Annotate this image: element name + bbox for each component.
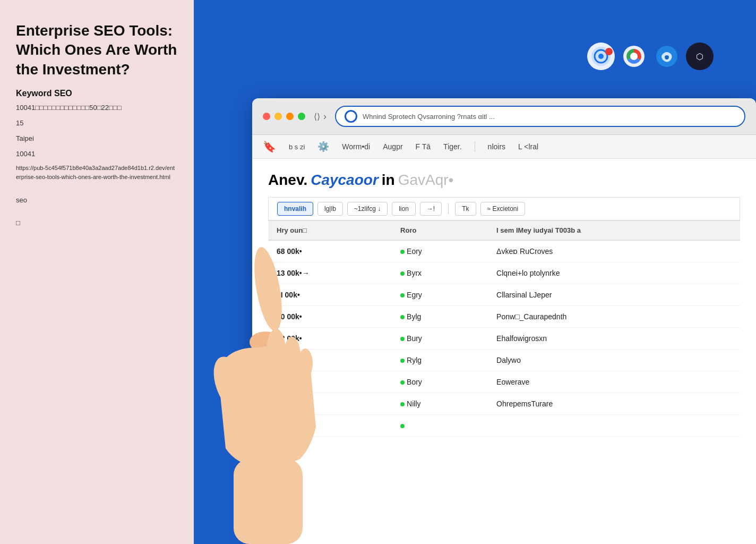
article-url: https://pub-5c454f571b8e40a3a2aad27ade84… [16,164,178,181]
table-row: 13 00k•→ByrxClqnei+lo ptolynrke [268,262,740,284]
toolbar-item-augpr[interactable]: Augpr [383,142,402,151]
table-body: 68 00k•EoryΔvkeɒ RuCroves13 00k•→ByrxClq… [268,240,740,437]
minimize-button[interactable] [274,113,282,120]
roro-cell: Nilly [392,393,488,415]
volume-cell: 8E 00k• [268,415,392,437]
chrome-icon [620,42,648,70]
toolbar-item-tiger[interactable]: Tiger. [443,142,462,151]
table-row: 82 00k•BuryEhalfowigrosxn [268,328,740,350]
keyword-label: Keyword SEO [16,89,178,98]
detail-cell: Ehalfowigrosxn [488,328,740,350]
address-text: Whnind Sprotech Qvsarroning ?rnats αitl … [363,113,495,121]
meta-line-2: 15 [16,118,178,129]
table-row: 32 00k•BoryEowerave [268,371,740,393]
volume-cell: 82 00k• [268,328,392,350]
filter-invalid[interactable]: hnvalih [277,202,313,216]
roro-cell: Eory [392,240,488,262]
detail-cell: OhrepemsTurare [488,393,740,415]
table-row: 80 00k•BylgPonw□_Caurapednth [268,306,740,328]
col-header-details: I sem IMey iudyai T003b a [488,221,740,240]
difficulty-dot [400,359,405,363]
toolbar-item-ta[interactable]: F Tā [416,142,431,151]
detail-cell: Eowerave [488,371,740,393]
toolbar-item-2[interactable]: b s zi [289,143,305,151]
col-header-roro: Roro [392,221,488,240]
filter-lglb[interactable]: lg|lb [317,202,343,216]
difficulty-dot [400,250,405,254]
meta-line-3: Taipei [16,133,178,144]
tag-seo: seo [16,196,178,204]
browser-content: Anev. Caycaoor in GavAqr• hnvalih lg|lb … [252,159,756,449]
browser-window: ⟨⟩ › Whnind Sprotech Qvsarroning ?rnats … [252,98,756,544]
svg-point-10 [207,352,255,418]
browser-icons-group: ⬡ [587,42,714,70]
toolbar-item-lral[interactable]: L <lral [518,142,538,151]
filter-zlifcg[interactable]: ~1zlifcg ↓ [347,202,388,216]
filter-tk[interactable]: Tk [455,202,476,216]
nav-arrows: ⟨⟩ › [314,111,327,122]
difficulty-dot [400,293,405,298]
filter-divider [448,203,449,214]
toolbar-item-nloirs[interactable]: nloirs [488,142,505,151]
difficulty-dot [400,402,405,406]
site-icon [345,110,357,123]
address-bar[interactable]: Whnind Sprotech Qvsarroning ?rnats αitl … [335,106,745,127]
divider-1 [475,141,475,152]
difficulty-dot [400,337,405,341]
table-row: 68 00k•EoryΔvkeɒ RuCroves [268,240,740,262]
forward-icon[interactable]: › [323,111,327,122]
traffic-lights [263,113,305,120]
back-icon[interactable]: ⟨⟩ [314,112,320,122]
detail-cell: Cllarsinal LJeper [488,284,740,306]
red-dot-badge [605,48,613,55]
roro-cell: Rylg [392,350,488,371]
svg-text:⬡: ⬡ [696,52,703,61]
filter-excietoni[interactable]: ≈ Excietoni [480,202,526,216]
table-row: 8E 00k• [268,415,740,437]
volume-cell: 80 00k• [268,306,392,328]
filter-arrow[interactable]: →! [420,202,442,216]
svg-point-2 [598,54,604,59]
detail-cell: Ponw□_Caurapednth [488,306,740,328]
article-title: Enterprise SEO Tools: Which Ones Are Wor… [16,21,178,79]
table-header-row: Hry oun□ Roro I sem IMey iudyai T003b a [268,221,740,240]
volume-cell: 68 00k• [268,240,392,262]
toolbar-item-3[interactable]: ⚙️ [317,141,329,152]
table-row: 17 00k•RylgDalywo [268,350,740,371]
roro-cell: Bylg [392,306,488,328]
difficulty-dot [400,424,405,428]
heading-part1: Anev. [268,172,307,189]
firefox-icon [587,42,615,70]
filter-lion[interactable]: lion [392,202,416,216]
tag-extra: □ [16,219,178,227]
table-row: 8I 00k•EgryCllarsinal LJeper [268,284,740,306]
volume-cell: S0 00k• [268,393,392,415]
data-table: Hry oun□ Roro I sem IMey iudyai T003b a … [268,221,740,437]
difficulty-dot [400,315,405,319]
meta-line-4: 10041 [16,149,178,160]
browser-chrome: ⟨⟩ › Whnind Sprotech Qvsarroning ?rnats … [252,98,756,135]
filter-toolbar: hnvalih lg|lb ~1zlifcg ↓ lion →! Tk ≈ Ex… [268,197,740,221]
roro-cell: Egry [392,284,488,306]
heading-subtitle: GavAqr• [398,172,454,189]
volume-cell: 17 00k• [268,350,392,371]
zoom-button[interactable] [286,113,294,120]
col-header-volume: Hry oun□ [268,221,392,240]
roro-cell [392,415,488,437]
difficulty-dot [400,271,405,276]
heading-part2: in [382,172,395,189]
fullscreen-button[interactable] [298,113,305,120]
toolbar-item-worm[interactable]: Worm•di [342,142,370,151]
dark-icon: ⬡ [686,42,714,70]
heading-highlight: Caycaoor [311,172,379,189]
detail-cell [488,415,740,437]
detail-cell: Dalywo [488,350,740,371]
close-button[interactable] [263,113,270,120]
page-heading: Anev. Caycaoor in GavAqr• [268,172,740,189]
detail-cell: Δvkeɒ RuCroves [488,240,740,262]
detail-cell: Clqnei+lo ptolynrke [488,262,740,284]
edge-icon [653,42,681,70]
roro-cell: Bory [392,371,488,393]
toolbar-icon-1[interactable]: 🔖 [263,140,276,153]
left-panel: Enterprise SEO Tools: Which Ones Are Wor… [0,0,194,544]
